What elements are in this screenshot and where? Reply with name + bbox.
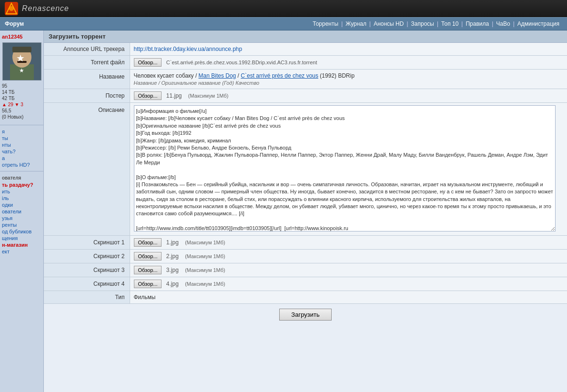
screenshot1-label: Скриншот 1 — [44, 236, 130, 250]
announce-url-label: Announce URL трекера — [44, 43, 130, 56]
poster-file-name: 11.jpg — [166, 92, 182, 99]
sidebar-link-bookmarks[interactable]: одки — [2, 201, 41, 208]
poster-browse-btn[interactable]: Обзор... — [134, 91, 162, 100]
submit-button[interactable]: Загрузить — [279, 309, 331, 321]
nav-link-requests[interactable]: Запросы — [408, 20, 437, 27]
sidebar-link-messages[interactable]: щения — [2, 235, 41, 241]
screenshot4-file: 4.jpg — [166, 281, 179, 287]
sidebar-section-title: ователя — [2, 174, 41, 181]
sidebar-link-upload[interactable]: ть раздачу? — [2, 181, 41, 188]
avatar-container: ★ — [2, 42, 41, 80]
stat-points: 56,5 — [2, 108, 41, 114]
screenshot1-file: 1.jpg — [166, 239, 179, 246]
sidebar-link-users[interactable]: ователи — [2, 208, 41, 215]
username-link[interactable]: an12345 — [2, 32, 41, 41]
name-main: Человек кусает собаку / Man Bites Dog / … — [134, 72, 564, 79]
page-title: Загрузить торрент — [49, 33, 106, 40]
poster-label: Постер — [44, 89, 130, 103]
screenshot2-row: Скриншот 2 Обзор... 2.jpg (Максимум 1Мб) — [44, 250, 567, 263]
stat-new: (0 Новых) — [2, 114, 41, 120]
screenshot4-max: (Максимум 1Мб) — [185, 281, 225, 287]
sidebar-divider — [0, 125, 43, 125]
screenshot1-browse-btn[interactable]: Обзор... — [134, 238, 162, 247]
screenshot2-label: Скриншот 2 — [44, 250, 130, 263]
logo-icon — [5, 2, 18, 15]
name-link2[interactable]: C`est arrivé près de chez vous — [241, 72, 318, 79]
name-value: Человек кусает собаку / Man Bites Dog / … — [130, 70, 567, 89]
type-value-text: Фильмы — [134, 294, 156, 301]
name-link1[interactable]: Man Bites Dog — [199, 72, 236, 79]
sidebar-link-edit[interactable]: ить — [2, 188, 41, 195]
torrent-file-value: Обзор... C`est.arrivé.près.de.chez.vous.… — [130, 56, 567, 70]
announce-url-text: http://bt.tracker.0day.kiev.ua/announce.… — [134, 46, 243, 52]
description-label: Описание — [44, 103, 130, 236]
nav-link-hd[interactable]: Анонсы HD — [371, 20, 406, 27]
content-area: Загрузить торрент Announce URL трекера h… — [44, 30, 567, 392]
stat-down: 42 ТБ — [2, 95, 41, 101]
logo-area: Renascence — [5, 2, 69, 15]
screenshot3-value: Обзор... 3.jpg (Максимум 1Мб) — [130, 263, 567, 277]
announce-url-row: Announce URL трекера http://bt.tracker.0… — [44, 43, 567, 56]
screenshot2-max: (Максимум 1Мб) — [185, 253, 225, 259]
nav-link-journal[interactable]: Журнал — [343, 20, 369, 27]
sidebar-link-ya[interactable]: я — [2, 128, 41, 135]
screenshot4-browse-btn[interactable]: Обзор... — [134, 280, 162, 288]
stat-id: 95 — [2, 83, 41, 89]
screenshot3-file: 3.jpg — [166, 267, 179, 273]
screenshot2-browse-btn[interactable]: Обзор... — [134, 252, 162, 261]
sidebar-section-1: я ты нты чать? а отреть HD? — [0, 127, 43, 169]
torrent-file-browse-btn[interactable]: Обзор... — [134, 58, 162, 67]
announce-url-value: http://bt.tracker.0day.kiev.ua/announce.… — [130, 43, 567, 56]
screenshot3-label: Скриншот 3 — [44, 263, 130, 277]
name-label: Название — [44, 70, 130, 89]
sidebar-link-project[interactable]: ект — [2, 248, 41, 255]
name-hint: Название / Оригинальное название (Год) К… — [134, 80, 564, 86]
screenshot1-max: (Максимум 1Мб) — [185, 240, 225, 245]
screenshot4-row: Скриншот 4 Обзор... 4.jpg (Максимум 1Мб) — [44, 277, 567, 291]
nav-forum-label[interactable]: Форум — [5, 20, 24, 27]
sidebar-link-nty[interactable]: нты — [2, 141, 41, 148]
nav-right: Торренты | Журнал | Анонсы HD | Запросы … — [310, 20, 562, 27]
sidebar-link-a[interactable]: а — [2, 155, 41, 161]
sidebar-link-torrents[interactable]: ренты — [2, 221, 41, 228]
sidebar-link-donuts[interactable]: од бубликов — [2, 228, 41, 235]
user-stats: 95 14 ТБ 42 ТБ ▲ 29 ▼ 3 56,5 (0 Новых) — [2, 82, 41, 121]
sidebar-link-shop[interactable]: н-магазин — [2, 241, 41, 248]
svg-point-2 — [9, 6, 14, 11]
svg-rect-7 — [17, 61, 27, 63]
torrent-file-label: Torrent файл — [44, 56, 130, 70]
poster-max-size: (Максимум 1Мб) — [188, 93, 229, 99]
main-layout: an12345 ★ — [0, 30, 567, 392]
sidebar-link-profile[interactable]: іль — [2, 195, 41, 201]
nav-link-faq[interactable]: ЧаВо — [493, 20, 513, 27]
nav-link-admin[interactable]: Администрация — [515, 20, 562, 27]
name-row: Название Человек кусает собаку / Man Bit… — [44, 70, 567, 89]
stat-ratio: ▲ 29 ▼ 3 — [2, 101, 41, 108]
svg-rect-6 — [12, 47, 31, 52]
description-row: Описание [u]Информация о фильме[/u] [b]Н… — [44, 103, 567, 236]
screenshot2-value: Обзор... 2.jpg (Максимум 1Мб) — [130, 250, 567, 263]
nav-bar: Форум Торренты | Журнал | Анонсы HD | За… — [0, 17, 567, 30]
submit-row: Загрузить — [44, 304, 567, 326]
sidebar-link-ty[interactable]: ты — [2, 135, 41, 141]
nav-link-torrents[interactable]: Торренты — [310, 20, 341, 27]
screenshot3-row: Скриншот 3 Обзор... 3.jpg (Максимум 1Мб) — [44, 263, 567, 277]
screenshot3-browse-btn[interactable]: Обзор... — [134, 266, 162, 274]
type-label: Тип — [44, 291, 130, 304]
description-value: [u]Информация о фильме[/u] [b]Название: … — [130, 103, 567, 236]
torrent-file-row: Torrent файл Обзор... C`est.arrivé.près.… — [44, 56, 567, 70]
sidebar-link-chat[interactable]: чать? — [2, 148, 41, 155]
svg-text:★: ★ — [19, 67, 24, 74]
page-title-bar: Загрузить торрент — [44, 30, 567, 43]
poster-row: Постер Обзор... 11.jpg (Максимум 1Мб) — [44, 89, 567, 103]
user-section: an12345 ★ — [0, 30, 43, 123]
type-row: Тип Фильмы — [44, 291, 567, 304]
sidebar-section-2: ователя ть раздачу? ить іль одки ователи… — [0, 173, 43, 256]
nav-link-rules[interactable]: Правила — [463, 20, 492, 27]
nav-link-top10[interactable]: Топ 10 — [438, 20, 461, 27]
screenshot1-row: Скриншот 1 Обзор... 1.jpg (Максимум 1Мб) — [44, 236, 567, 250]
sidebar-link-hd-watch[interactable]: отреть HD? — [2, 161, 41, 168]
sidebar-link-friends[interactable]: узья — [2, 215, 41, 221]
site-name: Renascence — [22, 4, 69, 13]
description-textarea[interactable]: [u]Информация о фильме[/u] [b]Название: … — [134, 105, 556, 231]
